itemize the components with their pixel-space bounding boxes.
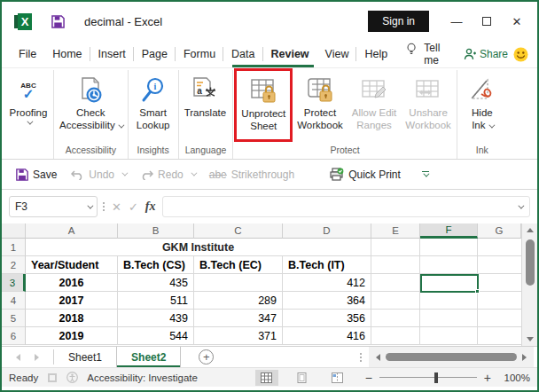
cancel-icon[interactable]: ✕ — [112, 200, 121, 214]
cell-a4[interactable]: 2017 — [26, 292, 118, 310]
formula-bar-expand-icon[interactable] — [518, 202, 524, 208]
cell-a2[interactable]: Year/Student — [26, 256, 118, 274]
enter-check-icon[interactable]: ✓ — [129, 200, 138, 214]
tab-data[interactable]: Data — [223, 41, 262, 67]
cell-b3[interactable]: 435 — [118, 274, 194, 292]
horizontal-scrollbar[interactable] — [369, 347, 534, 367]
cell-d3[interactable]: 412 — [283, 274, 371, 292]
col-header-d[interactable]: D — [283, 223, 371, 239]
fill-handle[interactable] — [475, 289, 480, 294]
sheet-row-1[interactable]: 1 GKM Institute — [2, 239, 521, 256]
tab-file[interactable]: File — [11, 41, 44, 67]
tab-help[interactable]: Help — [356, 41, 395, 67]
formula-input[interactable] — [162, 196, 530, 217]
cell-d4[interactable]: 364 — [283, 292, 371, 310]
zoom-slider[interactable] — [379, 377, 477, 379]
cell-b4[interactable]: 511 — [118, 292, 194, 310]
row-header-3-selected[interactable]: 3 — [2, 274, 26, 292]
cell-c5[interactable]: 347 — [194, 310, 283, 327]
cell-b6[interactable]: 544 — [118, 327, 194, 345]
hide-ink-button[interactable]: Hide Ink — [458, 70, 506, 144]
cell-b2[interactable]: B.Tech (CS) — [118, 256, 194, 274]
zoom-slider-thumb[interactable] — [434, 372, 438, 383]
cell-c3[interactable] — [194, 274, 283, 292]
cell-b5[interactable]: 439 — [118, 310, 194, 327]
zoom-level[interactable]: 100% — [500, 372, 530, 383]
tab-home[interactable]: Home — [44, 41, 90, 67]
normal-view-button[interactable] — [255, 370, 278, 386]
select-all-corner[interactable] — [2, 223, 26, 239]
cell-a1-merged-title[interactable]: GKM Institute — [26, 239, 371, 256]
next-sheet-arrow[interactable] — [35, 354, 39, 361]
row-header-5[interactable]: 5 — [2, 310, 26, 327]
unprotect-sheet-button[interactable]: Unprotect Sheet — [237, 71, 290, 139]
cell-c4[interactable]: 289 — [194, 292, 283, 310]
maximize-button[interactable] — [472, 8, 502, 35]
cell-d5[interactable]: 356 — [283, 310, 371, 327]
sheet-row-5[interactable]: 5 2018 439 347 356 — [2, 310, 521, 327]
row-header-1[interactable]: 1 — [2, 239, 26, 256]
quick-print-button[interactable]: Quick Print — [324, 168, 406, 181]
vertical-scrollbar[interactable] — [521, 223, 537, 346]
cell-a3[interactable]: 2016 — [26, 274, 118, 292]
col-header-g[interactable]: G — [478, 223, 521, 239]
name-box[interactable]: F3 — [9, 196, 98, 217]
page-break-view-button[interactable] — [326, 370, 349, 386]
sheet-row-4[interactable]: 4 2017 511 289 364 — [2, 292, 521, 310]
tab-formulas[interactable]: Formu — [176, 41, 223, 67]
check-accessibility-button[interactable]: Check Accessibility — [55, 70, 127, 144]
sheet-row-2[interactable]: 2 Year/Student B.Tech (CS) B.Tech (EC) B… — [2, 256, 521, 274]
sheet-tab-sheet2[interactable]: Sheet2 — [116, 347, 181, 367]
col-header-a[interactable]: A — [26, 223, 118, 239]
save-button[interactable]: Save — [11, 169, 62, 181]
sheet-row-6[interactable]: 6 2019 544 371 416 — [2, 327, 521, 345]
scroll-right-arrow[interactable] — [522, 354, 527, 361]
scroll-down-arrow[interactable] — [527, 333, 534, 346]
cell-d2[interactable]: B.Tech (IT) — [283, 256, 371, 274]
feedback-smiley-icon[interactable] — [513, 41, 528, 67]
col-header-c[interactable]: C — [194, 223, 283, 239]
scroll-left-arrow[interactable] — [376, 354, 380, 361]
share-button[interactable]: Share — [458, 41, 513, 67]
translate-button[interactable]: a Translate — [180, 70, 231, 144]
minimize-button[interactable]: — — [441, 8, 472, 35]
formula-bar-splitter[interactable] — [103, 202, 105, 211]
customize-qat-button[interactable] — [422, 171, 429, 178]
save-icon-titlebar[interactable] — [51, 15, 65, 28]
cell-c6[interactable]: 371 — [194, 327, 283, 345]
zoom-out-button[interactable]: − — [365, 371, 372, 385]
proofing-button[interactable]: ABC✓ Proofing — [4, 70, 52, 144]
tell-me[interactable]: Tell me — [417, 41, 458, 67]
close-button[interactable]: ✕ — [502, 8, 532, 35]
row-header-2[interactable]: 2 — [2, 256, 26, 274]
status-accessibility[interactable]: Accessibility: Investigate — [87, 372, 198, 383]
page-layout-view-button[interactable] — [291, 370, 314, 386]
prev-sheet-arrow[interactable] — [16, 354, 20, 361]
add-sheet-button[interactable]: + — [199, 349, 214, 365]
sheet-tab-sheet1[interactable]: Sheet1 — [54, 347, 116, 367]
zoom-in-button[interactable]: + — [484, 371, 491, 385]
macro-record-icon[interactable] — [47, 372, 58, 383]
horizontal-scroll-thumb[interactable] — [386, 353, 517, 361]
tabbar-splitter[interactable] — [360, 353, 362, 362]
smart-lookup-button[interactable]: i Smart Lookup — [129, 70, 177, 144]
tab-page-layout[interactable]: Page — [134, 41, 176, 67]
insert-function-icon[interactable]: fx — [145, 200, 156, 214]
cell-d6[interactable]: 416 — [283, 327, 371, 345]
sign-in-button[interactable]: Sign in — [368, 11, 429, 32]
grid[interactable]: A B C D E F G 1 GKM Institute 2 Year/Stu… — [2, 223, 521, 346]
col-header-f-selected[interactable]: F — [420, 223, 478, 239]
scroll-up-arrow[interactable] — [527, 223, 534, 237]
accessibility-person-icon[interactable] — [66, 372, 78, 383]
tab-view[interactable]: View — [317, 41, 357, 67]
row-header-4[interactable]: 4 — [2, 292, 26, 310]
cell-a5[interactable]: 2018 — [26, 310, 118, 327]
protect-workbook-button[interactable]: Protect Workbook — [293, 70, 348, 144]
cell-c2[interactable]: B.Tech (EC) — [194, 256, 283, 274]
selection-box-f3[interactable] — [420, 274, 479, 293]
col-header-e[interactable]: E — [371, 223, 420, 239]
row-header-6[interactable]: 6 — [2, 327, 26, 345]
cell-a6[interactable]: 2019 — [26, 327, 118, 345]
vertical-scroll-thumb[interactable] — [526, 239, 535, 286]
tab-insert[interactable]: Insert — [90, 41, 134, 67]
